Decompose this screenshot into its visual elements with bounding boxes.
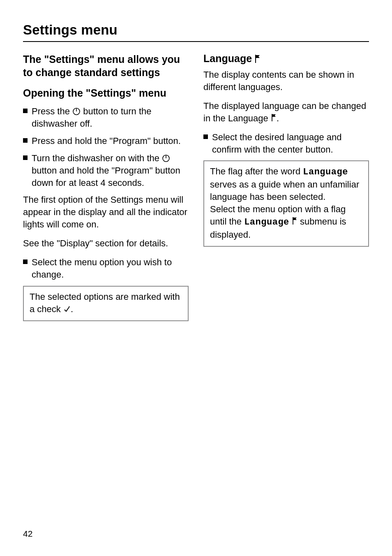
step-text: Turn the dishwasher on with the button a…: [32, 152, 189, 189]
page-number: 42: [23, 529, 32, 539]
step-text: Select the desired language and confirm …: [212, 131, 369, 156]
lcd-text: Language: [244, 217, 289, 227]
bullet-icon: [23, 259, 28, 264]
list-item: Select the desired language and confirm …: [203, 131, 369, 156]
columns: The "Settings" menu allows you to change…: [23, 53, 369, 321]
text-fragment: serves as a guide when an unfamiliar lan…: [210, 179, 359, 202]
page-title: Settings menu: [23, 22, 369, 38]
bullet-icon: [23, 138, 28, 143]
power-icon: [162, 154, 170, 162]
text-fragment: .: [277, 113, 279, 123]
bullet-icon: [23, 109, 28, 113]
power-icon: [72, 107, 81, 116]
steps-list-2: Select the menu option you wish to chang…: [23, 256, 189, 281]
text-fragment: The selected options are marked with a c…: [30, 292, 180, 314]
text-fragment: Language: [203, 53, 252, 65]
note-box: The flag after the word Language serves …: [203, 160, 369, 246]
list-item: Press and hold the "Program" button.: [23, 135, 189, 147]
text-fragment: The flag after the word: [210, 166, 303, 176]
steps-list-1: Press the button to turn the dishwasher …: [23, 105, 189, 189]
lcd-text: Language: [303, 167, 348, 177]
text-fragment: The displayed language can be changed in…: [203, 101, 366, 123]
text-fragment: .: [71, 304, 73, 314]
flag-icon: [271, 114, 277, 122]
step-text: Press and hold the "Program" button.: [32, 135, 189, 147]
list-item: Turn the dishwasher on with the button a…: [23, 152, 189, 189]
note-box: The selected options are marked with a c…: [23, 286, 189, 321]
paragraph: The displayed language can be changed in…: [203, 100, 369, 125]
flag-icon: [254, 54, 261, 63]
check-icon: [63, 306, 71, 313]
list-item: Select the menu option you wish to chang…: [23, 256, 189, 281]
text-fragment: Press the: [32, 106, 72, 116]
step-text: Press the button to turn the dishwasher …: [32, 105, 189, 130]
flag-icon: [292, 217, 297, 225]
right-column: Language The display contents can be sho…: [203, 53, 369, 321]
step-text: Select the menu option you wish to chang…: [32, 256, 189, 281]
text-fragment: Turn the dishwasher on with the: [32, 153, 162, 163]
bullet-icon: [203, 134, 208, 139]
language-heading: Language: [203, 53, 369, 65]
paragraph: See the "Display" section for details.: [23, 237, 189, 250]
paragraph: The display contents can be shown in dif…: [203, 69, 369, 93]
left-column: The "Settings" menu allows you to change…: [23, 53, 189, 321]
paragraph: The first option of the Settings menu wi…: [23, 194, 189, 231]
bullet-icon: [23, 155, 28, 160]
svg-point-4: [69, 306, 69, 307]
text-fragment: button and hold the "Program" button dow…: [32, 165, 180, 188]
open-heading: Opening the "Settings" menu: [23, 86, 189, 100]
title-rule: [23, 41, 369, 42]
list-item: Press the button to turn the dishwasher …: [23, 105, 189, 130]
intro-heading: The "Settings" menu allows you to change…: [23, 53, 189, 79]
steps-list-right: Select the desired language and confirm …: [203, 131, 369, 156]
page: Settings menu The "Settings" menu allows…: [0, 0, 392, 556]
